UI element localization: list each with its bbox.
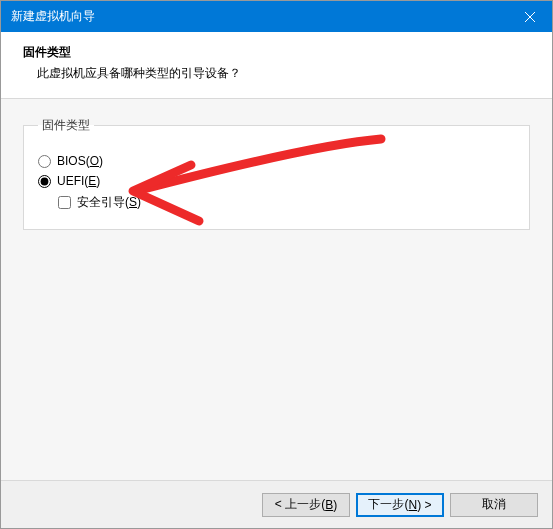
radio-uefi[interactable]: UEFI(E) bbox=[38, 174, 515, 188]
page-title: 固件类型 bbox=[23, 44, 530, 61]
radio-uefi-input[interactable] bbox=[38, 175, 51, 188]
firmware-legend: 固件类型 bbox=[38, 117, 94, 134]
close-icon bbox=[525, 12, 535, 22]
wizard-window: 新建虚拟机向导 固件类型 此虚拟机应具备哪种类型的引导设备？ 固件类型 BIOS… bbox=[0, 0, 553, 529]
cancel-button[interactable]: 取消 bbox=[450, 493, 538, 517]
close-button[interactable] bbox=[507, 1, 552, 32]
next-button[interactable]: 下一步(N) > bbox=[356, 493, 444, 517]
page-subtitle: 此虚拟机应具备哪种类型的引导设备？ bbox=[23, 65, 530, 82]
radio-bios-label: BIOS(O) bbox=[57, 154, 103, 168]
wizard-footer: < 上一步(B) 下一步(N) > 取消 bbox=[1, 480, 552, 528]
wizard-header: 固件类型 此虚拟机应具备哪种类型的引导设备？ bbox=[1, 32, 552, 99]
firmware-type-group: 固件类型 BIOS(O) UEFI(E) 安全引导(S) bbox=[23, 117, 530, 230]
back-button[interactable]: < 上一步(B) bbox=[262, 493, 350, 517]
radio-bios[interactable]: BIOS(O) bbox=[38, 154, 515, 168]
radio-bios-input[interactable] bbox=[38, 155, 51, 168]
checkbox-secure-boot[interactable]: 安全引导(S) bbox=[58, 194, 515, 211]
titlebar: 新建虚拟机向导 bbox=[1, 1, 552, 32]
wizard-body: 固件类型 BIOS(O) UEFI(E) 安全引导(S) bbox=[1, 99, 552, 480]
checkbox-secure-boot-input[interactable] bbox=[58, 196, 71, 209]
radio-uefi-label: UEFI(E) bbox=[57, 174, 100, 188]
window-title: 新建虚拟机向导 bbox=[11, 8, 507, 25]
checkbox-secure-boot-label: 安全引导(S) bbox=[77, 194, 141, 211]
